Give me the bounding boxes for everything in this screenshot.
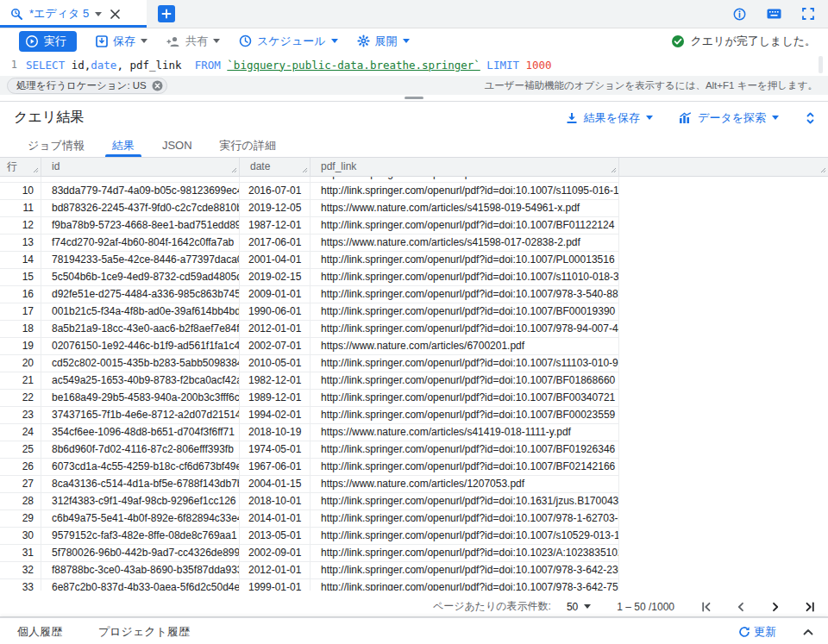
refresh-icon [738, 626, 750, 638]
column-header-filler [619, 158, 828, 177]
line-number: 1 [0, 59, 26, 71]
explore-data-button[interactable]: データを探索 [679, 110, 779, 126]
id-cell: 312f4383-c9f1-49af-98cb-9296ef1cc126 [41, 493, 240, 510]
column-resize-handle-icon[interactable] [611, 167, 617, 173]
save-chevron-down-icon [141, 39, 147, 43]
id-cell: 354cf6ee-1096-48d8-b651-d704f3f6ff71 [41, 424, 240, 441]
save-results-chevron-down-icon [646, 116, 653, 120]
tab-execution-details[interactable]: 実行の詳細 [206, 134, 290, 157]
splitter-drag-handle[interactable] [405, 97, 423, 99]
share-label: 共有 [185, 34, 208, 49]
editor-scrollbar[interactable] [819, 56, 823, 73]
pdf-link-cell: http://link.springer.com/openurl/pdf?id=… [310, 286, 619, 303]
row-number-cell: 16 [0, 286, 41, 303]
sql-table-reference[interactable]: `bigquery-public-data.breathe.springer` [227, 59, 480, 72]
id-cell: 83dda779-74d7-4a09-b05c-98123699ec4c [41, 183, 240, 200]
filler-cell [619, 217, 828, 234]
refresh-button[interactable]: 更新 [738, 624, 776, 640]
accessibility-hint: ユーザー補助機能のオプションを表示するには、Alt+F1 キーを押します。 [484, 79, 818, 92]
tab-menu-chevron-down-icon[interactable] [95, 12, 102, 16]
filler-cell [619, 177, 828, 183]
tab-job-information[interactable]: ジョブ情報 [14, 134, 98, 157]
run-label: 実行 [44, 34, 66, 49]
fullscreen-icon[interactable] [802, 8, 814, 20]
download-icon [566, 112, 578, 124]
filler-cell [619, 476, 828, 493]
row-number-cell: 20 [0, 355, 41, 372]
processing-location-chip[interactable]: 処理を行うロケーション: US [7, 78, 167, 94]
tab-results[interactable]: 結果 [98, 134, 148, 157]
pdf-link-cell: http://link.springer.com/openurl/pdf?id=… [310, 303, 619, 321]
collapse-panel-icon[interactable] [802, 628, 814, 636]
pdf-link-cell: https://www.nature.com/articles/s41419-0… [310, 424, 619, 441]
panel-splitter[interactable] [0, 95, 828, 102]
column-header-date[interactable]: date [240, 158, 310, 177]
filler-cell [619, 562, 828, 579]
table-row: 16d92fe51e-d275-4484-a336-985c863b745a20… [0, 286, 828, 303]
filler-cell [619, 459, 828, 476]
schedule-button[interactable]: スケジュール [239, 34, 338, 49]
filler-cell [619, 252, 828, 269]
share-button[interactable]: 共有 [166, 34, 220, 49]
column-resize-handle-icon[interactable] [231, 167, 237, 173]
column-resize-handle-icon[interactable] [302, 167, 308, 173]
row-number-cell: 11 [0, 200, 41, 217]
table-row: 1902076150-1e92-446c-b1f9-ad561f1fa1c420… [0, 338, 828, 355]
run-query-button[interactable]: 実行 [19, 31, 77, 52]
per-page-select[interactable]: 50 [567, 601, 591, 613]
pdf-link-cell: http://link.springer.com/openurl/pdf?id=… [310, 562, 619, 579]
table-row: 266073cd1a-4c55-4259-b18c-cf6d673bf49e19… [0, 459, 828, 476]
filler-cell [619, 286, 828, 303]
date-cell: 2019-12-05 [240, 200, 310, 217]
column-resize-handle-icon[interactable] [33, 167, 39, 173]
filler-cell [619, 441, 828, 459]
add-tab-button[interactable] [158, 5, 175, 22]
keyboard-shortcuts-icon[interactable] [767, 9, 781, 19]
id-cell: ac549a25-1653-40b9-8783-f2bca0acf42a [41, 372, 240, 390]
row-number-cell: 9 [0, 177, 41, 183]
last-page-icon[interactable] [804, 601, 816, 613]
save-results-button[interactable]: 結果を保存 [566, 110, 653, 126]
tab-project-history[interactable]: プロジェクト履歴 [98, 624, 190, 640]
first-page-icon[interactable] [700, 601, 712, 613]
gear-icon [357, 34, 370, 47]
success-check-icon [671, 34, 685, 48]
pdf-link-cell: http://link.springer.com/openurl/pdf?id=… [310, 459, 619, 476]
date-cell: 1989-12-01 [240, 390, 310, 407]
row-number-cell: 19 [0, 338, 41, 355]
date-cell: 2004-01-15 [240, 476, 310, 493]
remove-location-icon[interactable] [152, 80, 163, 91]
tab-json[interactable]: JSON [148, 134, 206, 157]
sql-editor[interactable]: 1 SELECT id,date, pdf_link FROM `bigquer… [0, 53, 828, 76]
sql-token: , pdf_link [116, 59, 194, 72]
row-number-cell: 32 [0, 562, 41, 579]
close-tab-icon[interactable] [110, 9, 121, 20]
table-row: 188a5b21a9-18cc-43e0-aac6-b2f8aef7e84f20… [0, 321, 828, 338]
pdf-link-cell: https://www.nature.com/articles/6700201.… [310, 338, 619, 355]
sql-query-text[interactable]: SELECT id,date, pdf_link FROM `bigquery-… [26, 59, 552, 72]
id-cell: 8ca43136-c514-4d1a-bf5e-6788f143db7b [41, 476, 240, 493]
column-resize-handle-icon[interactable] [820, 167, 826, 173]
filler-cell [619, 493, 828, 510]
table-row: 17001b21c5-f34a-4f8b-ad0e-39af614bb4bd19… [0, 303, 828, 321]
previous-page-icon[interactable] [735, 601, 747, 613]
pdf-link-cell: http://link.springer.com/openurl/pdf?id=… [310, 177, 619, 183]
column-header-row-number[interactable]: 行 [0, 158, 41, 177]
save-button[interactable]: 保存 [96, 34, 147, 49]
unfold-panel-icon[interactable] [805, 111, 816, 125]
info-icon[interactable] [733, 8, 746, 21]
results-header: クエリ結果 結果を保存 データを探索 [0, 102, 828, 134]
column-header-id[interactable]: id [41, 158, 240, 177]
column-header-pdf-link[interactable]: pdf_link [310, 158, 619, 177]
id-cell: 9a0b7c3d-5e2f-4a1b-8c6d-7e9f0a1b2c3d [41, 177, 240, 183]
expand-button[interactable]: 展開 [357, 34, 410, 49]
tab-personal-history[interactable]: 個人履歴 [17, 624, 62, 640]
row-number-cell: 33 [0, 579, 41, 591]
save-icon [96, 35, 108, 47]
table-bottom-gap [0, 591, 828, 597]
tab-editor-5[interactable]: *エディタ 5 [0, 0, 147, 28]
next-page-icon[interactable] [769, 601, 781, 613]
chart-icon [679, 112, 692, 123]
id-cell: d92fe51e-d275-4484-a336-985c863b745a [41, 286, 240, 303]
date-cell: 2008-03-01 [240, 177, 310, 183]
